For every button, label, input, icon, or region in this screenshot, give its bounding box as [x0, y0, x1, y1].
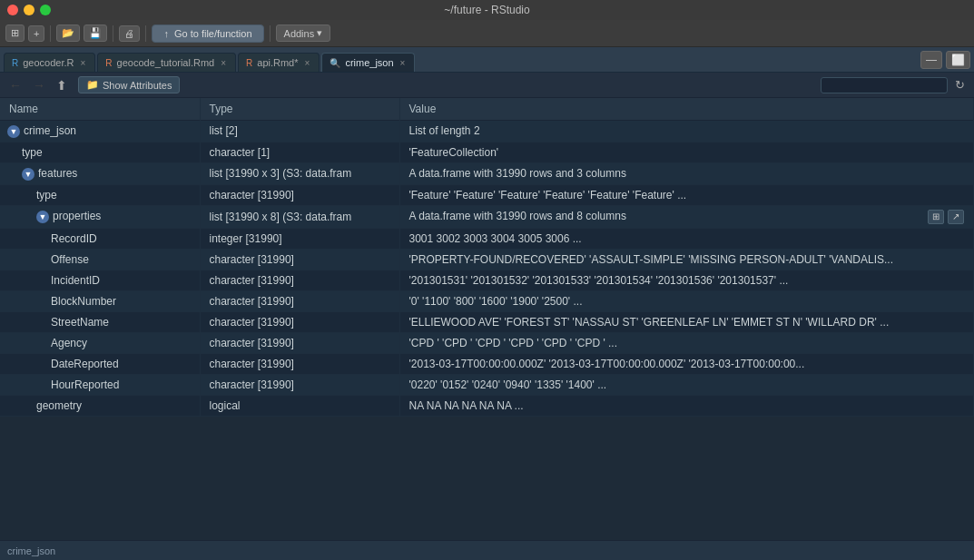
minimize-panel-button[interactable]: —: [920, 51, 942, 69]
sub-toolbar: ← → ⬆ 📁 Show Attributes ↻: [0, 73, 974, 98]
expand-icon[interactable]: ▼: [22, 168, 34, 181]
table-row: Agencycharacter [31990]'CPD ' 'CPD ' 'CP…: [0, 332, 974, 353]
row-name-label: features: [38, 167, 77, 180]
row-name-label: type: [22, 146, 43, 159]
tab-geocoder[interactable]: R geocoder.R ×: [4, 53, 95, 72]
save-button[interactable]: 💾: [84, 25, 107, 42]
add-button[interactable]: +: [28, 25, 44, 42]
back-button[interactable]: ←: [5, 76, 25, 94]
refresh-button[interactable]: ↻: [951, 76, 969, 93]
toolbar-separator-1: [50, 25, 51, 42]
row-name-label: BlockNumber: [51, 295, 116, 308]
status-text: crime_json: [7, 545, 55, 556]
table-row: HourReportedcharacter [31990]'0220' '015…: [0, 374, 974, 395]
tab-tutorial-label: geocode_tutorial.Rmd: [117, 57, 215, 68]
tab-api[interactable]: R api.Rmd* ×: [238, 53, 320, 72]
open-folder-button[interactable]: 📂: [56, 25, 80, 42]
row-value-label: List of length 2: [399, 121, 974, 142]
table-row: typecharacter [1]'FeatureCollection': [0, 142, 974, 162]
tab-tutorial-close[interactable]: ×: [221, 58, 226, 68]
row-type-label: character [31990]: [200, 353, 399, 374]
row-name-label: properties: [53, 210, 101, 222]
row-value-label: 'CPD ' 'CPD ' 'CPD ' 'CPD ' 'CPD ' 'CPD …: [399, 332, 974, 353]
print-button[interactable]: 🖨: [119, 25, 140, 42]
minimize-traffic-light[interactable]: [24, 5, 34, 15]
row-value-label: 3001 3002 3003 3004 3005 3006 ...: [399, 228, 974, 249]
header-value: Value: [399, 98, 974, 121]
table-row: RecordIDinteger [31990]3001 3002 3003 30…: [0, 228, 974, 249]
row-value-label: 'Feature' 'Feature' 'Feature' 'Feature' …: [399, 184, 974, 205]
tab-api-label: api.Rmd*: [257, 57, 298, 68]
tab-geocoder-close[interactable]: ×: [81, 58, 86, 68]
table-row: Offensecharacter [31990]'PROPERTY-FOUND/…: [0, 249, 974, 270]
tab-geocoder-label: geocoder.R: [23, 57, 74, 68]
tab-geocoder-icon: R: [12, 58, 18, 68]
traffic-lights: [7, 5, 51, 15]
table-row: ▼featureslist [31990 x 3] (S3: data.fram…: [0, 162, 974, 184]
tab-tutorial[interactable]: R geocode_tutorial.Rmd ×: [97, 53, 236, 72]
parent-button[interactable]: ⬆: [53, 76, 71, 94]
addins-label: Addins: [284, 28, 315, 39]
row-name-label: IncidentID: [51, 274, 100, 287]
expand-icon[interactable]: ▼: [7, 125, 20, 138]
row-type-label: character [31990]: [200, 249, 399, 270]
row-name-label: RecordID: [51, 232, 97, 245]
toolbar-separator-4: [270, 25, 271, 42]
tab-crime-label: crime_json: [345, 57, 393, 68]
addins-button[interactable]: Addins ▾: [276, 25, 331, 42]
tab-crime-icon: 🔍: [330, 58, 340, 68]
maximize-panel-button[interactable]: ⬜: [946, 51, 970, 69]
row-type-label: logical: [200, 395, 399, 416]
tab-crime-json[interactable]: 🔍 crime_json ×: [321, 53, 415, 72]
row-name-label: HourReported: [51, 378, 119, 391]
row-value-label: '0220' '0152' '0240' '0940' '1335' '1400…: [399, 374, 974, 395]
close-traffic-light[interactable]: [7, 5, 18, 15]
status-bar: crime_json: [0, 540, 974, 560]
row-value-label: '201301531' '201301532' '201301533' '201…: [399, 270, 974, 290]
row-value-label: 'FeatureCollection': [399, 142, 974, 162]
forward-button[interactable]: →: [29, 76, 49, 94]
maximize-traffic-light[interactable]: [40, 5, 51, 15]
row-value-label: '0' '1100' '800' '1600' '1900' '2500' ..…: [399, 290, 974, 311]
tab-crime-close[interactable]: ×: [400, 58, 406, 68]
table-row: DateReportedcharacter [31990]'2013-03-17…: [0, 353, 974, 374]
go-to-label: Go to file/function: [174, 28, 252, 39]
row-actions: ⊞↗: [928, 210, 964, 224]
folder-small-icon: 📁: [86, 79, 99, 91]
table-row: BlockNumbercharacter [31990]'0' '1100' '…: [0, 290, 974, 311]
row-name-label: geometry: [36, 399, 82, 412]
table-row: StreetNamecharacter [31990]'ELLIEWOOD AV…: [0, 311, 974, 332]
export-button[interactable]: ↗: [948, 210, 964, 224]
table-row: ▼crime_jsonlist [2]List of length 2: [0, 121, 974, 142]
show-attributes-button[interactable]: 📁 Show Attributes: [78, 76, 180, 93]
table-header-row: Name Type Value: [0, 98, 974, 121]
row-name-label: StreetName: [51, 316, 109, 329]
row-type-label: character [31990]: [200, 290, 399, 311]
go-to-file-button[interactable]: ↑ Go to file/function: [152, 25, 263, 43]
show-attributes-label: Show Attributes: [103, 80, 172, 91]
tab-api-close[interactable]: ×: [305, 58, 310, 68]
expand-icon[interactable]: ▼: [36, 211, 49, 223]
row-name-label: Offense: [51, 253, 89, 266]
main-toolbar: ⊞ + 📂 💾 🖨 ↑ Go to file/function Addins ▾: [0, 20, 974, 47]
row-value-label: 'ELLIEWOOD AVE' 'FOREST ST' 'NASSAU ST' …: [399, 311, 974, 332]
data-table-container: Name Type Value ▼crime_jsonlist [2]List …: [0, 98, 974, 540]
row-value-label: '2013-03-17T00:00:00.000Z' '2013-03-17T0…: [399, 353, 974, 374]
row-type-label: list [31990 x 3] (S3: data.fram: [200, 162, 399, 184]
tab-api-icon: R: [246, 58, 252, 68]
row-name-label: crime_json: [24, 124, 76, 137]
view-button[interactable]: ⊞: [928, 210, 944, 224]
addins-chevron-icon: ▾: [317, 27, 322, 39]
grid-view-button[interactable]: ⊞: [5, 25, 25, 42]
row-type-label: character [1]: [200, 142, 399, 162]
row-type-label: list [2]: [200, 121, 399, 142]
row-type-label: integer [31990]: [200, 228, 399, 249]
tab-tutorial-icon: R: [105, 58, 112, 68]
data-table: Name Type Value ▼crime_jsonlist [2]List …: [0, 98, 974, 417]
search-input[interactable]: [821, 77, 948, 93]
row-type-label: list [31990 x 8] (S3: data.fram: [200, 205, 399, 228]
table-row: typecharacter [31990]'Feature' 'Feature'…: [0, 184, 974, 205]
tabs-bar: R geocoder.R × R geocode_tutorial.Rmd × …: [0, 47, 974, 73]
toolbar-separator-2: [113, 25, 113, 42]
row-type-label: character [31990]: [200, 311, 399, 332]
